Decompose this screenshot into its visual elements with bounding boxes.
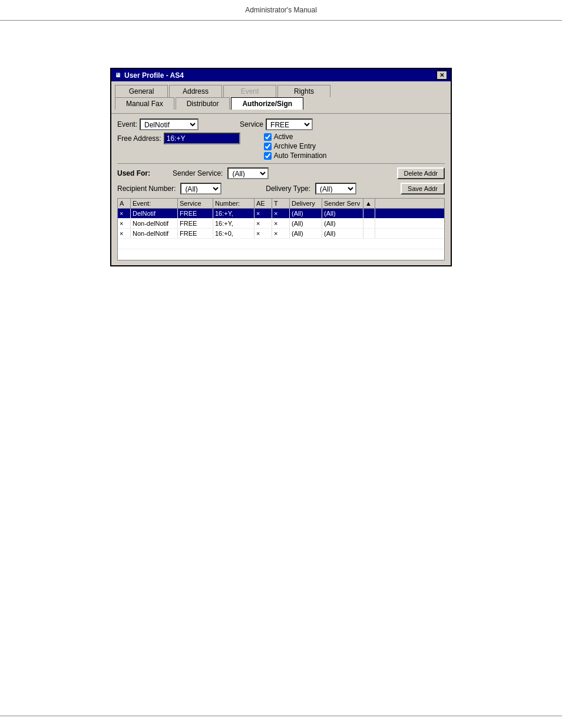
- col-header-service: Service: [178, 199, 213, 208]
- cell-service-1: FREE: [178, 209, 213, 218]
- cell-ae-2: ×: [254, 219, 272, 228]
- separator-1: [117, 163, 445, 164]
- free-address-section: Free Address: Active Archive Entry: [117, 133, 445, 160]
- cell-t-1: ×: [272, 209, 290, 218]
- recipient-number-label: Recipient Number:: [117, 185, 176, 193]
- dialog-body: Event: DelNotif Service FREE: [111, 113, 451, 265]
- cell-event-3: Non-delNotif: [131, 229, 178, 238]
- cell-sender-1: (All): [322, 209, 363, 218]
- event-label: Event:: [117, 120, 137, 129]
- sender-service-label: Sender Service:: [173, 169, 223, 177]
- save-addr-button[interactable]: Save Addr: [401, 183, 445, 195]
- active-label: Active: [274, 133, 293, 141]
- col-header-ae: AE: [254, 199, 272, 208]
- used-for-row: Used For: Sender Service: (All) Delete A…: [117, 167, 445, 179]
- table-row-empty: [118, 239, 444, 249]
- cell-event-2: Non-delNotif: [131, 219, 178, 228]
- delivery-type-select[interactable]: (All): [315, 183, 356, 195]
- event-select[interactable]: DelNotif: [140, 118, 199, 130]
- cell-sender-3: (All): [322, 229, 363, 238]
- cell-number-1: 16:+Y,: [213, 209, 254, 218]
- cell-service-2: FREE: [178, 219, 213, 228]
- dialog: 🖥 User Profile - AS4 ✕ General Address E…: [110, 68, 452, 266]
- delete-addr-button[interactable]: Delete Addr: [397, 167, 445, 179]
- free-address-label: Free Address:: [117, 134, 161, 143]
- table-row[interactable]: × Non-delNotif FREE 16:+Y, × × (All) (Al…: [118, 219, 444, 229]
- service-label: Service: [240, 120, 263, 129]
- dialog-wrapper: 🖥 User Profile - AS4 ✕ General Address E…: [110, 68, 452, 266]
- cell-scroll-2: [363, 219, 375, 228]
- cell-t-3: ×: [272, 229, 290, 238]
- cell-marker-3: ×: [118, 229, 131, 238]
- col-header-t: T: [272, 199, 290, 208]
- cell-ae-1: ×: [254, 209, 272, 218]
- tab-event[interactable]: Event: [223, 85, 276, 97]
- dialog-titlebar: 🖥 User Profile - AS4 ✕: [111, 69, 451, 81]
- cell-number-2: 16:+Y,: [213, 219, 254, 228]
- cell-delivery-3: (All): [290, 229, 322, 238]
- cell-t-2: ×: [272, 219, 290, 228]
- dialog-title: User Profile - AS4: [124, 71, 184, 80]
- checkbox-group: Active Archive Entry Auto Termination: [264, 133, 327, 160]
- active-checkbox[interactable]: [264, 133, 272, 141]
- checkbox-auto-termination: Auto Termination: [264, 151, 327, 160]
- col-header-event: Event:: [131, 199, 178, 208]
- tab-address[interactable]: Address: [169, 85, 222, 97]
- col-header-sender: Sender Serv: [322, 199, 363, 208]
- page: Administrator's Manual 🖥 User Profile - …: [0, 0, 562, 728]
- close-button[interactable]: ✕: [437, 71, 447, 80]
- header-title: Administrator's Manual: [245, 6, 317, 14]
- col-header-delivery: Delivery: [290, 199, 322, 208]
- archive-entry-label: Archive Entry: [274, 142, 316, 150]
- table-row-empty: [118, 249, 444, 260]
- footer-bar: [0, 716, 562, 728]
- service-select[interactable]: FREE: [266, 118, 313, 130]
- tab-row-2: Manual Fax Distributor Authorize/Sign: [111, 97, 451, 113]
- tab-rights[interactable]: Rights: [277, 85, 330, 97]
- archive-entry-checkbox[interactable]: [264, 143, 272, 150]
- dialog-icon: 🖥: [115, 72, 121, 78]
- tab-general[interactable]: General: [115, 85, 168, 97]
- cell-event-1: DelNotif: [131, 209, 178, 218]
- delivery-type-label: Delivery Type:: [266, 185, 310, 193]
- cell-scroll-1: [363, 209, 375, 218]
- free-address-input[interactable]: [164, 133, 240, 144]
- recipient-row: Recipient Number: (All) Delivery Type: (…: [117, 183, 445, 195]
- event-service-row: Event: DelNotif Service FREE: [117, 118, 445, 130]
- table-row[interactable]: × DelNotif FREE 16:+Y, × × (All) (All): [118, 209, 444, 219]
- titlebar-left: 🖥 User Profile - AS4: [115, 71, 184, 80]
- used-for-label: Used For:: [117, 169, 150, 177]
- auto-termination-label: Auto Termination: [274, 151, 327, 160]
- tab-row-1: General Address Event Rights: [111, 81, 451, 97]
- cell-sender-2: (All): [322, 219, 363, 228]
- recipient-number-select[interactable]: (All): [180, 183, 222, 195]
- cell-scroll-3: [363, 229, 375, 238]
- col-header-a: A: [118, 199, 131, 208]
- checkbox-active: Active: [264, 133, 327, 141]
- sender-service-select[interactable]: (All): [227, 167, 269, 179]
- cell-delivery-2: (All): [290, 219, 322, 228]
- cell-delivery-1: (All): [290, 209, 322, 218]
- col-header-number: Number:: [213, 199, 254, 208]
- header-bar: Administrator's Manual: [0, 0, 562, 21]
- table-row[interactable]: × Non-delNotif FREE 16:+0, × × (All) (Al…: [118, 229, 444, 239]
- tab-authorize-sign[interactable]: Authorize/Sign: [231, 97, 303, 110]
- checkbox-archive-entry: Archive Entry: [264, 142, 327, 150]
- free-address-group: Free Address:: [117, 133, 240, 144]
- table-header: A Event: Service Number: AE T Delivery S…: [118, 199, 444, 209]
- service-field-group: Service FREE: [240, 118, 313, 130]
- cell-ae-3: ×: [254, 229, 272, 238]
- tab-manual-fax[interactable]: Manual Fax: [115, 97, 174, 110]
- cell-marker-1: ×: [118, 209, 131, 218]
- auto-termination-checkbox[interactable]: [264, 152, 272, 160]
- cell-number-3: 16:+0,: [213, 229, 254, 238]
- data-table: A Event: Service Number: AE T Delivery S…: [117, 198, 445, 261]
- cell-marker-2: ×: [118, 219, 131, 228]
- tab-distributor[interactable]: Distributor: [176, 97, 230, 110]
- col-header-scroll: ▲: [363, 199, 375, 208]
- cell-service-3: FREE: [178, 229, 213, 238]
- event-field-group: Event: DelNotif: [117, 118, 199, 130]
